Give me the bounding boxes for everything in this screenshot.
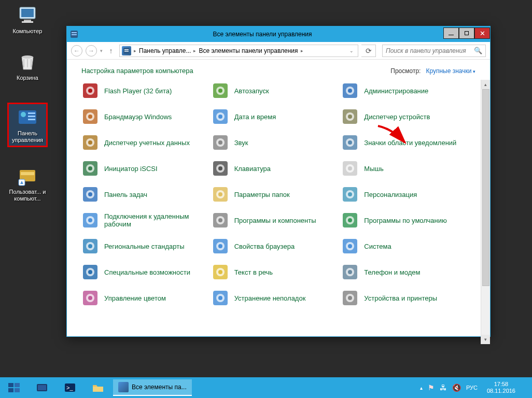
nav-up-button[interactable]: ↑	[106, 47, 116, 55]
nav-forward-button[interactable]: →	[86, 45, 97, 56]
control-panel-item[interactable]: Значки области уведомлений	[341, 134, 466, 151]
tray-clock[interactable]: 17:58 08.11.2016	[483, 381, 520, 394]
window-title: Все элементы панели управления	[81, 31, 443, 38]
breadcrumb-root-icon[interactable]	[122, 46, 131, 55]
svg-rect-15	[72, 34, 77, 35]
control-panel-item[interactable]: Дата и время	[212, 108, 337, 125]
tray-lang[interactable]: РУС	[466, 385, 478, 391]
svg-rect-100	[8, 383, 13, 387]
tray-chevron-icon[interactable]: ▴	[420, 385, 423, 391]
svg-point-66	[88, 218, 92, 222]
system-tray: ▴ ⚑ 🖧 🔇 РУС 17:58 08.11.2016	[417, 377, 532, 398]
search-icon[interactable]: 🔍	[474, 47, 482, 54]
svg-rect-3	[22, 21, 33, 23]
cp-item-icon	[341, 263, 359, 281]
computer-icon	[17, 4, 38, 26]
titlebar[interactable]: Все элементы панели управления ✕	[67, 26, 490, 42]
control-panel-item[interactable]: Клавиатура	[212, 160, 337, 177]
svg-rect-1	[21, 9, 34, 17]
search-box[interactable]: 🔍	[382, 45, 486, 57]
view-mode-dropdown[interactable]: Крупные значки	[426, 67, 475, 75]
cp-item-icon	[212, 160, 229, 177]
control-panel-item[interactable]: Параметры папок	[212, 186, 337, 203]
control-panel-item[interactable]: Система	[341, 237, 466, 255]
nav-back-button[interactable]: ←	[71, 45, 82, 56]
control-panel-item[interactable]: Flash Player (32 бита)	[81, 82, 206, 100]
cp-item-label: Специальные возможности	[104, 268, 190, 276]
breadcrumb-dropdown[interactable]: ⌄	[349, 48, 356, 53]
breadcrumb[interactable]: ▸ Панель управле... ▸ Все элементы панел…	[119, 45, 358, 57]
svg-point-24	[218, 89, 222, 93]
powershell-button[interactable]: >_	[56, 377, 84, 398]
cp-item-label: Текст в речь	[234, 268, 273, 276]
svg-rect-7	[28, 112, 35, 114]
svg-point-81	[348, 244, 352, 248]
control-panel-item[interactable]: Устройства и принтеры	[341, 289, 466, 307]
tray-flag-icon[interactable]: ⚑	[428, 383, 435, 392]
control-panel-item[interactable]: Программы по умолчанию	[341, 211, 466, 229]
control-panel-item[interactable]: Инициатор iSCSI	[81, 160, 206, 177]
scrollbar[interactable]: ▴ ▾	[481, 80, 490, 344]
cp-item-icon	[81, 237, 99, 255]
start-button[interactable]	[0, 377, 28, 398]
cp-item-label: Дата и время	[234, 113, 276, 121]
control-panel-item[interactable]: Подключения к удаленным рабочим	[81, 211, 206, 229]
control-panel-item[interactable]: Персонализация	[341, 186, 466, 203]
nav-history-dropdown[interactable]: ▾	[100, 48, 103, 53]
control-panel-item[interactable]: Региональные стандарты	[81, 237, 206, 255]
refresh-button[interactable]: ⟳	[361, 45, 376, 57]
control-panel-item[interactable]: Звук	[212, 134, 337, 151]
control-panel-item[interactable]: Автозапуск	[212, 82, 337, 100]
scroll-up-button[interactable]: ▴	[481, 80, 490, 89]
svg-point-72	[348, 218, 352, 222]
control-panel-window: Все элементы панели управления ✕ ← → ▾ ↑…	[66, 26, 491, 337]
breadcrumb-seg-1[interactable]: Все элементы панели управления	[199, 47, 298, 54]
control-panel-item[interactable]: Диспетчер учетных данных	[81, 134, 206, 151]
control-panel-item[interactable]: Мышь	[341, 160, 466, 177]
explorer-button[interactable]	[84, 377, 112, 398]
control-panel-item[interactable]: Свойства браузера	[212, 237, 337, 255]
svg-rect-108	[93, 387, 103, 392]
control-panel-item[interactable]: Программы и компоненты	[212, 211, 337, 229]
svg-point-78	[218, 244, 222, 248]
desktop-icon-recycle[interactable]: Корзина	[7, 51, 48, 81]
cp-item-icon	[212, 263, 229, 281]
desktop-icon-computer[interactable]: Компьютер	[7, 4, 48, 35]
breadcrumb-separator: ▸	[132, 48, 138, 53]
svg-point-27	[348, 89, 352, 93]
cp-item-icon	[81, 186, 99, 203]
maximize-button[interactable]	[459, 27, 474, 39]
svg-rect-14	[72, 32, 77, 33]
server-manager-button[interactable]	[28, 377, 56, 398]
taskbar-app-label: Все элементы па...	[132, 383, 187, 391]
breadcrumb-seg-0[interactable]: Панель управле...	[139, 47, 191, 54]
cp-item-label: Звук	[234, 139, 248, 147]
cp-item-icon	[212, 289, 229, 307]
scroll-down-button[interactable]: ▾	[481, 335, 490, 344]
tray-network-icon[interactable]: 🖧	[440, 383, 447, 392]
svg-point-87	[218, 270, 222, 274]
tray-volume-icon[interactable]: 🔇	[452, 383, 461, 392]
svg-point-57	[88, 192, 92, 196]
minimize-button[interactable]	[443, 27, 459, 39]
cp-item-label: Значки области уведомлений	[364, 139, 456, 147]
desktop-icon-cpanel[interactable]: Панель управления	[7, 103, 48, 147]
winrar-icon	[17, 165, 38, 187]
search-input[interactable]	[386, 47, 474, 54]
control-panel-item[interactable]: Администрирование	[341, 82, 466, 100]
control-panel-item[interactable]: Устранение неполадок	[212, 289, 337, 307]
control-panel-item[interactable]: Текст в речь	[212, 263, 337, 281]
desktop-icon-label: Корзина	[7, 75, 48, 81]
scroll-thumb[interactable]	[482, 89, 489, 286]
control-panel-item[interactable]: Диспетчер устройств	[341, 108, 466, 125]
control-panel-item[interactable]: Управление цветом	[81, 289, 206, 307]
cp-item-label: Устройства и принтеры	[364, 294, 437, 302]
control-panel-item[interactable]: Брандмауэр Windows	[81, 108, 206, 125]
close-button[interactable]: ✕	[474, 27, 490, 39]
taskbar-running-control-panel[interactable]: Все элементы па...	[113, 379, 192, 396]
control-panel-item[interactable]: Панель задач	[81, 186, 206, 203]
svg-point-4	[22, 55, 33, 59]
desktop-icon-winrar[interactable]: Пользоват... и компьют...	[7, 165, 48, 202]
control-panel-item[interactable]: Телефон и модем	[341, 263, 466, 281]
control-panel-item[interactable]: Специальные возможности	[81, 263, 206, 281]
